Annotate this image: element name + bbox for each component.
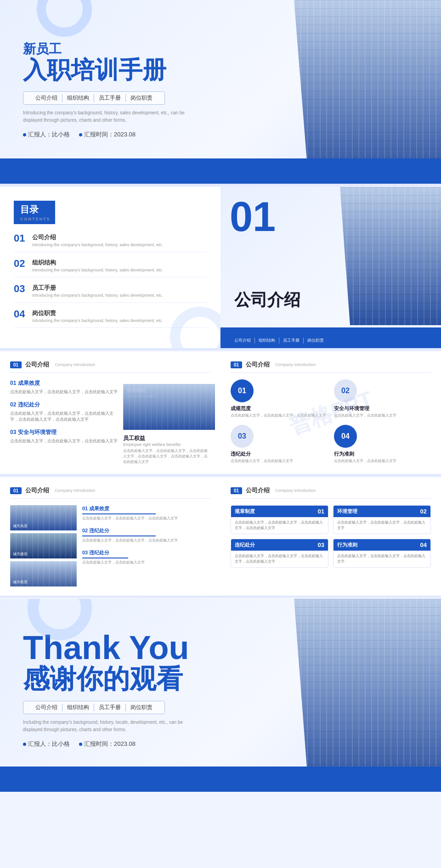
panel-conduct: 01 公司介绍 Company Introduction 01 成果效度 点击此… (0, 351, 220, 474)
slide-row-2: 01 公司介绍 Company Introduction 城市风景 城市建筑 城… (0, 476, 441, 596)
cover-nav-1: 公司介绍 (31, 94, 62, 102)
photo-list: 城市风景 城市建筑 城市夜景 (10, 505, 77, 586)
panel-photos-sub: Company Introduction (55, 488, 95, 493)
circle-item-4: 04 行为准则 点击此处输入文字，点击此处输入文字 (334, 425, 431, 464)
ci-nav-1: 公司介绍 (234, 338, 255, 344)
ty-desc: Including the company's background, hist… (23, 719, 198, 733)
ty-nav-bar: 公司介绍 组织结构 员工手册 岗位职责 (23, 701, 165, 714)
card-2-header: 环境管理 02 (334, 506, 430, 517)
conduct-sec-3: 03 安全与环境管理 点击此处输入文字，点击此处输入文字，点击此处输入文字 (10, 428, 118, 445)
toc-text-3: 员工手册 Introducing the company's backgroun… (32, 284, 163, 298)
cover-nav-4: 岗位职责 (126, 94, 157, 102)
toc-header: 目录 CONTENTS (14, 201, 55, 224)
ty-nav-2: 组织结构 (62, 704, 94, 711)
panel-circles-header: 01 公司介绍 Company Introduction (231, 361, 431, 373)
card-1-body: 点击此处输入文字，点击此处输入文字，点击此处输入文字，点击此处输入文字 (231, 517, 328, 534)
ty-reporter: 汇报人：比小格 (28, 740, 70, 747)
toc-text-2: 组织结构 Introducing the company's backgroun… (32, 259, 163, 272)
ty-cn-part2: 观看 (130, 664, 183, 693)
employee-rights-block: 员工权益 Employee right welfare benefits 点击此… (123, 434, 210, 465)
cover-blue-bar (0, 158, 441, 184)
ty-cn-part1: 感谢你的 (23, 664, 130, 693)
ty-nav-3: 员工手册 (94, 704, 126, 711)
sec-bar-1 (82, 513, 156, 514)
card-2-body: 点击此处输入文字，点击此处输入文字，点击此处输入文字 (334, 517, 430, 534)
ci-title-text: 公司介绍 (234, 289, 300, 311)
sep4 (0, 596, 441, 597)
circle-item-1: 01 成规范度 点击此处输入文字，点击此处输入文字，点击此处输入文字 (231, 379, 328, 418)
ci-nav-3: 员工手册 (283, 338, 304, 344)
circle-label-4: 行为准则 (334, 451, 354, 457)
cover-nav-bar: 公司介绍 组织结构 员工手册 岗位职责 (23, 91, 165, 105)
photos-sec-1: 01 成果效度 点击此处输入文字，点击此处输入文字，点击此处输入文字 (82, 505, 210, 521)
cover-date: 汇报时间：2023.08 (84, 131, 136, 138)
ci-nav: 公司介绍 组织结构 员工手册 岗位职责 (234, 338, 328, 344)
panel-photos-header: 01 公司介绍 Company Introduction (10, 486, 210, 499)
toc-text-1: 公司介绍 Introducing the company's backgroun… (32, 233, 163, 247)
card-3-body: 点击此处输入文字，点击此处输入文字，点击此处输入文字，点击此处输入文字 (231, 551, 328, 567)
circle-item-3: 03 违纪处分 点击此处输入文字，点击此处输入文字 (231, 425, 328, 464)
slide-grid: 目录 CONTENTS 01 公司介绍 Introducing the comp… (0, 186, 441, 348)
ty-date: 汇报时间：2023.08 (84, 740, 136, 747)
conduct-img: 行为准则 Code of conduct (123, 384, 215, 430)
photos-sec-2: 02 违纪处分 点击此处输入文字，点击此处输入文字，点击此处输入文字 (82, 527, 210, 543)
card-1: 规章制度 01 点击此处输入文字，点击此处输入文字，点击此处输入文字，点击此处输… (231, 505, 328, 534)
company-intro-header: 01 01 公司介绍 公司介绍 组织结构 员工手册 岗位职责 (220, 187, 441, 348)
cards-grid: 规章制度 01 点击此处输入文字，点击此处输入文字，点击此处输入文字，点击此处输… (231, 505, 431, 568)
ci-nav-4: 岗位职责 (307, 338, 328, 344)
panel-photos: 01 公司介绍 Company Introduction 城市风景 城市建筑 城… (0, 477, 220, 596)
photo-label-3: 城市夜景 (13, 580, 28, 585)
panel-conduct-badge: 01 (10, 361, 22, 368)
ci-building (340, 187, 441, 325)
toc-num-2: 02 (14, 259, 32, 269)
circle-num-4: 04 (334, 425, 357, 448)
ty-dot-reporter (23, 743, 26, 746)
photos-sec-3: 03 违纪处分 点击此处输入文字，点击此处输入文字 (82, 549, 210, 565)
photo-2: 城市建筑 (10, 533, 77, 558)
circle-label-2: 安全与环境管理 (334, 405, 369, 412)
toc-item-2: 02 组织结构 Introducing the company's backgr… (14, 259, 207, 277)
toc-num-1: 01 (14, 233, 32, 243)
panel-conduct-title: 公司介绍 (25, 361, 49, 369)
toc-text-4: 岗位职责 Introducing the company's backgroun… (32, 309, 163, 323)
sec-bar-3 (82, 558, 128, 558)
toc-item-3: 03 员工手册 Introducing the company's backgr… (14, 284, 207, 303)
panel-photos-title: 公司介绍 (25, 486, 49, 495)
deco-circle-tl (37, 0, 92, 37)
cover-reporter: 汇报人：比小格 (28, 131, 70, 138)
toc-item-1: 01 公司介绍 Introducing the company's backgr… (14, 233, 207, 252)
card-3-header: 连纪处分 03 (231, 539, 328, 551)
card-4-header: 行为准则 04 (334, 539, 430, 551)
panel-photos-badge: 01 (10, 487, 22, 494)
slide-thankyou: Thank You 感谢你的观看 公司介绍 组织结构 员工手册 岗位职责 Inc… (0, 599, 441, 792)
circle-label-3: 违纪处分 (231, 451, 251, 457)
card-1-header: 规章制度 01 (231, 506, 328, 517)
panel-cards-title: 公司介绍 (246, 486, 270, 495)
circle-num-3: 03 (231, 425, 254, 448)
toc-title: 目录 (20, 204, 39, 214)
circle-label-1: 成规范度 (231, 405, 251, 412)
panel-circles-sub: Company Introduction (275, 362, 316, 367)
cover-nav-2: 组织结构 (62, 94, 94, 102)
panel-cards: 01 公司介绍 Company Introduction 规章制度 01 点击此… (220, 477, 441, 596)
cover-title-main: 入职培训 (23, 56, 119, 83)
ty-blue-bar (0, 767, 441, 792)
circle-desc-1: 点击此处输入文字，点击此处输入文字，点击此处输入文字 (231, 413, 326, 418)
cover-title-bold: 手册 (119, 56, 166, 83)
circle-num-2: 02 (334, 379, 357, 402)
card-4: 行为准则 04 点击此处输入文字，点击此处输入文字，点击此处输入文字 (333, 539, 431, 568)
conduct-content: 01 成果效度 点击此处输入文字，点击此处输入文字，点击此处输入文字 02 违纪… (10, 379, 210, 465)
circle-num-1: 01 (231, 379, 254, 402)
panel-conduct-sub: Company Introduction (55, 362, 95, 367)
toc-num-3: 03 (14, 284, 32, 294)
photo-label-2: 城市建筑 (13, 552, 28, 557)
circle-desc-2: 点击此处输入文字，点击此处输入文字 (334, 413, 396, 418)
ty-nav-4: 岗位职责 (126, 704, 157, 711)
building-facade (294, 0, 441, 184)
sec-bar-2 (82, 535, 156, 536)
cover-desc: Introducing the company's background, hi… (23, 109, 198, 124)
panel-circles-badge: 01 (231, 361, 242, 368)
ty-nav-1: 公司介绍 (31, 704, 62, 711)
ty-dot-date (79, 743, 82, 746)
toc-num-4: 04 (14, 309, 32, 319)
